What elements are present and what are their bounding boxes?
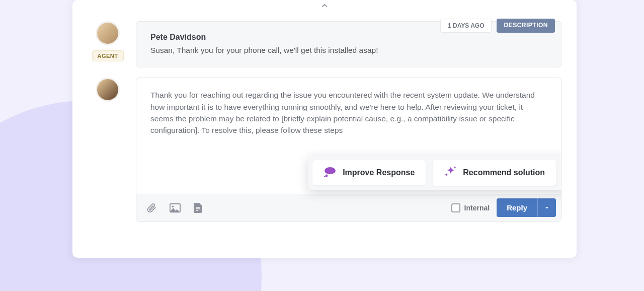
improve-response-button[interactable]: Improve Response [312, 160, 426, 185]
reply-dropdown-button[interactable] [537, 198, 556, 217]
timestamp-badge: 1 DAYS AGO [440, 19, 492, 33]
editor-toolbar: Internal Reply [136, 194, 561, 221]
description-badge[interactable]: DESCRIPTION [497, 19, 555, 33]
svg-point-5 [172, 205, 174, 207]
insert-image-button[interactable] [170, 203, 181, 213]
svg-rect-7 [196, 208, 200, 209]
collapse-handle[interactable] [72, 0, 577, 12]
chevron-up-icon [320, 1, 329, 10]
reply-author-column [92, 78, 124, 222]
svg-point-0 [325, 167, 336, 174]
chevron-down-icon [544, 205, 550, 211]
ai-suggestion-bar: Improve Response Recommend solution [308, 156, 561, 190]
message-row: AGENT 1 DAYS AGO DESCRIPTION Pete Davids… [72, 12, 577, 67]
insert-document-button[interactable] [194, 203, 203, 213]
avatar [96, 78, 120, 102]
improve-response-label: Improve Response [343, 168, 415, 177]
svg-rect-8 [196, 210, 198, 211]
recommend-solution-button[interactable]: Recommend solution [433, 160, 556, 186]
reply-button[interactable]: Reply [497, 198, 537, 217]
svg-rect-6 [196, 207, 200, 208]
internal-label: Internal [464, 204, 490, 212]
svg-point-2 [324, 176, 326, 177]
reply-editor: Thank you for reaching out regarding the… [136, 78, 561, 222]
reply-button-group: Reply [497, 198, 556, 217]
editor-row: Thank you for reaching out regarding the… [72, 67, 577, 222]
attach-file-button[interactable] [146, 203, 156, 213]
ticket-card: AGENT 1 DAYS AGO DESCRIPTION Pete Davids… [72, 0, 577, 258]
sparkles-icon [444, 166, 457, 180]
message-author: Pete Davidson [150, 33, 547, 42]
document-icon [194, 203, 203, 213]
toolbar-right: Internal Reply [451, 198, 556, 217]
svg-point-1 [326, 175, 328, 177]
image-icon [170, 203, 181, 213]
message-body: Susan, Thank you for your phone call, we… [150, 45, 547, 56]
author-column: AGENT [92, 21, 124, 61]
checkbox-icon [451, 203, 460, 212]
thought-cloud-icon [324, 166, 337, 179]
agent-badge: AGENT [92, 50, 124, 61]
recommend-solution-label: Recommend solution [463, 168, 545, 177]
message-badges: 1 DAYS AGO DESCRIPTION [440, 19, 555, 33]
internal-checkbox[interactable]: Internal [451, 203, 490, 212]
paperclip-icon [146, 203, 156, 213]
avatar [96, 21, 120, 45]
toolbar-left [146, 203, 203, 213]
message-box: 1 DAYS AGO DESCRIPTION Pete Davidson Sus… [136, 21, 561, 67]
